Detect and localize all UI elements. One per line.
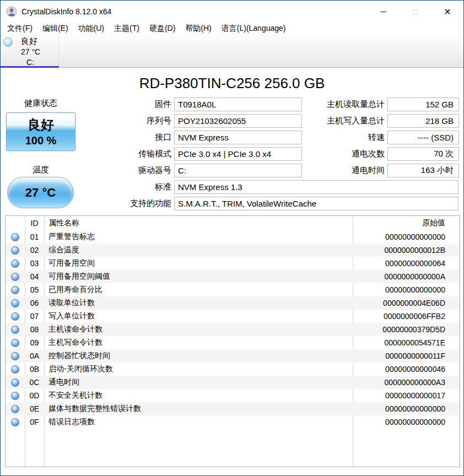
row-status-icon: [11, 405, 19, 413]
table-row[interactable]: 05 已用寿命百分比 00000000000000: [6, 283, 460, 296]
table-header-row: ID 属性名称 原始值: [6, 216, 460, 230]
health-percent-value: 100 %: [7, 133, 75, 148]
cell-attribute-name: 读取单位计数: [44, 298, 353, 308]
cell-id: 04: [25, 272, 44, 281]
table-row[interactable]: 0F 错误日志项数 00000000000000: [6, 415, 460, 429]
cell-attribute-name: 不安全关机计数: [44, 391, 353, 401]
cell-attribute-name: 通电时间: [44, 377, 353, 387]
close-button[interactable]: ✕: [431, 1, 463, 23]
maximize-button[interactable]: □: [400, 1, 431, 23]
field-label: 通电次数: [315, 149, 387, 159]
field-value-box[interactable]: POY21032602055: [174, 114, 302, 128]
cell-raw-value: 00000000000000: [353, 232, 460, 241]
field-row-wide: 标准 NVM Express 1.3: [102, 180, 458, 194]
table-row[interactable]: 09 主机写命令计数 0000000054571E: [6, 336, 460, 349]
field-label: 通电时间: [315, 165, 387, 176]
field-label: 主机读取量总计: [315, 99, 387, 110]
table-row[interactable]: 0B 启动-关闭循环次数 00000000000046: [6, 363, 460, 376]
temperature-label: 温度: [1, 165, 81, 175]
menu-item[interactable]: 主题(T): [109, 23, 144, 35]
drive-tab-status: 良好: [21, 36, 58, 47]
header-attribute-name: 属性名称: [44, 218, 353, 228]
window-title: CrystalDiskInfo 8.12.0 x64: [21, 7, 111, 16]
field-row: 通电次数 70 次: [315, 147, 459, 161]
cell-attribute-name: 错误日志项数: [44, 417, 353, 427]
cell-raw-value: 00000000000000: [353, 285, 460, 294]
menu-item[interactable]: 文件(F): [2, 23, 37, 35]
field-value-box[interactable]: PCIe 3.0 x4 | PCIe 3.0 x4: [174, 147, 302, 161]
app-window: CrystalDiskInfo 8.12.0 x64 ─ □ ✕ 文件(F)编辑…: [0, 0, 464, 476]
health-status-label: 健康状态: [1, 98, 81, 109]
field-label: 固件: [102, 99, 174, 110]
field-value-box[interactable]: 218 GB: [387, 114, 459, 128]
menu-item[interactable]: 硬盘(D): [144, 23, 180, 35]
app-icon: [6, 6, 17, 17]
table-row[interactable]: 06 读取单位计数 0000000004E06D: [6, 296, 460, 310]
cell-raw-value: 00000000000046: [353, 365, 460, 374]
row-status-icon: [11, 286, 19, 294]
field-value-box[interactable]: S.M.A.R.T., TRIM, VolatileWriteCache: [174, 197, 458, 210]
table-row[interactable]: 0C 通电时间 000000000000A3: [6, 376, 460, 389]
menu-item[interactable]: 语言(L)(Language): [217, 23, 291, 35]
field-row: 主机写入量总计 218 GB: [315, 114, 459, 128]
cell-raw-value: 00000000000017: [353, 391, 460, 400]
minimize-button[interactable]: ─: [368, 1, 400, 23]
row-status-icon: [11, 299, 19, 307]
field-value-box[interactable]: NVM Express: [174, 131, 302, 144]
cell-raw-value: 00000000379D5D: [353, 325, 460, 334]
field-label: 传输模式: [102, 149, 174, 159]
row-status-icon: [11, 352, 19, 360]
field-row-wide: 支持的功能 S.M.A.R.T., TRIM, VolatileWriteCac…: [102, 197, 458, 210]
field-value-box[interactable]: 163 小时: [387, 164, 459, 177]
drive-tab-c[interactable]: 良好 27 °C C:: [1, 35, 59, 68]
temperature-button[interactable]: 27 °C: [7, 177, 74, 208]
cell-id: 07: [25, 312, 44, 321]
table-row[interactable]: 07 写入单位计数 0000000006FFB2: [6, 310, 460, 323]
cell-id: 03: [25, 259, 44, 268]
smart-attributes-table: ID 属性名称 原始值 01 严重警告标志 00000000000000 02 …: [5, 215, 460, 467]
row-status-icon: [11, 312, 19, 321]
table-row[interactable]: 02 综合温度 0000000000012B: [6, 244, 460, 257]
table-row[interactable]: 08 主机读命令计数 00000000379D5D: [6, 323, 460, 336]
field-value-box[interactable]: 152 GB: [387, 98, 459, 111]
cell-attribute-name: 写入单位计数: [44, 311, 353, 321]
field-label: 序列号: [102, 116, 174, 126]
cell-raw-value: 000000000000A3: [353, 378, 460, 387]
drive-tab-temperature: 27 °C: [21, 47, 58, 57]
field-value-box[interactable]: C:: [174, 164, 302, 177]
table-row[interactable]: 04 可用备用空间阈值 0000000000000A: [6, 270, 460, 283]
row-status-icon: [11, 273, 19, 281]
temperature-value: 27 °C: [25, 186, 56, 200]
field-value-box[interactable]: NVM Express 1.3: [174, 180, 458, 194]
table-row[interactable]: 0D 不安全关机计数 00000000000017: [6, 389, 460, 402]
cell-id: 0B: [25, 365, 44, 374]
field-value-box[interactable]: ---- (SSD): [387, 131, 459, 144]
field-row: 主机读取量总计 152 GB: [315, 98, 459, 111]
field-label: 标准: [102, 182, 174, 192]
health-status-value: 良好: [7, 117, 75, 133]
cell-id: 08: [25, 325, 44, 334]
cell-id: 06: [25, 299, 44, 307]
table-row[interactable]: 0A 控制器忙状态时间 0000000000011F: [6, 349, 460, 363]
field-label: 主机写入量总计: [315, 116, 387, 126]
table-body: 01 严重警告标志 00000000000000 02 综合温度 0000000…: [6, 230, 460, 429]
row-status-icon: [11, 326, 19, 334]
menu-item[interactable]: 编辑(E): [37, 23, 73, 35]
field-row: 通电时间 163 小时: [315, 164, 459, 177]
table-row[interactable]: 03 可用备用空间 00000000000064: [6, 257, 460, 270]
table-row[interactable]: 01 严重警告标志 00000000000000: [6, 230, 460, 244]
cell-raw-value: 00000000000000: [353, 418, 460, 426]
table-row[interactable]: 0E 媒体与数据完整性错误计数 00000000000000: [6, 402, 460, 415]
menu-item[interactable]: 功能(U): [73, 23, 109, 35]
menu-item[interactable]: 帮助(H): [180, 23, 216, 35]
health-status-button[interactable]: 良好 100 %: [6, 112, 75, 151]
cell-id: 02: [25, 246, 44, 255]
field-value-box[interactable]: 70 次: [387, 147, 459, 161]
field-label: 支持的功能: [102, 198, 174, 209]
cell-attribute-name: 控制器忙状态时间: [44, 351, 353, 361]
cell-attribute-name: 已用寿命百分比: [44, 285, 353, 295]
header-raw-value: 原始值: [353, 218, 460, 228]
field-value-box[interactable]: T0918A0L: [174, 98, 302, 111]
cell-id: 0D: [25, 391, 44, 400]
cell-raw-value: 00000000000064: [353, 259, 460, 268]
